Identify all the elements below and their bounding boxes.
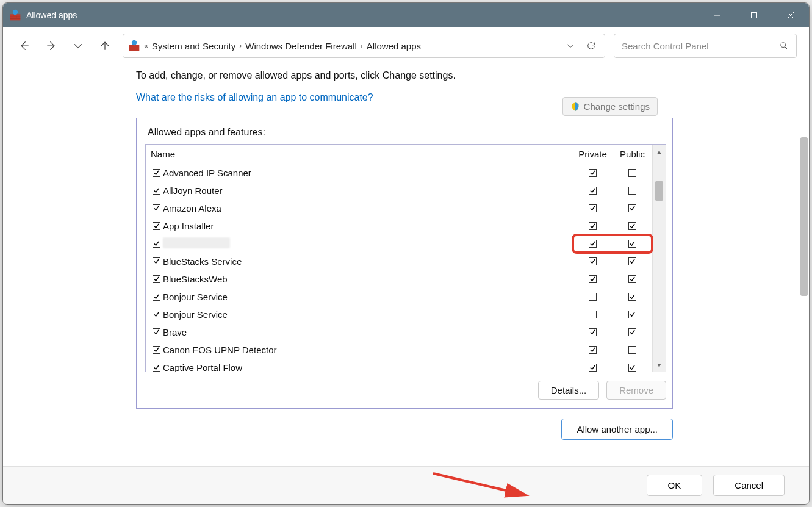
row-private-checkbox[interactable] [573,187,613,195]
table-row[interactable]: Brave [151,323,652,341]
up-button[interactable] [96,37,114,55]
row-private-checkbox[interactable] [573,346,613,354]
svg-rect-0 [10,14,21,20]
row-public-checkbox[interactable] [613,222,652,230]
annotation-arrow [430,470,534,501]
address-history-button[interactable] [562,37,579,54]
table-row[interactable]: Canon EOS UPNP Detector [151,341,652,359]
scroll-up-icon[interactable]: ▲ [653,145,666,158]
breadcrumb-leaf[interactable]: Allowed apps [367,41,421,51]
table-row[interactable]: App Installer [151,217,652,235]
svg-line-13 [785,47,788,49]
svg-line-14 [433,473,525,495]
ok-button[interactable]: OK [647,475,703,496]
row-app-name: Brave [162,327,573,337]
row-private-checkbox[interactable] [573,240,613,248]
address-bar[interactable]: « System and Security › Windows Defender… [123,34,605,58]
row-enable-checkbox[interactable] [151,311,162,318]
chevron-left-icon: « [144,41,148,50]
row-app-name: Bonjour Service [162,309,573,320]
navigation-bar: « System and Security › Windows Defender… [3,27,809,64]
row-public-checkbox[interactable] [613,293,652,301]
row-enable-checkbox[interactable] [151,346,162,354]
row-public-checkbox[interactable] [613,311,652,318]
row-enable-checkbox[interactable] [151,204,162,212]
table-row[interactable]: Captive Portal Flow [151,359,652,372]
row-public-checkbox[interactable] [613,346,652,354]
row-private-checkbox[interactable] [573,257,613,265]
firewall-icon [9,9,21,21]
row-public-checkbox[interactable] [613,169,652,177]
row-private-checkbox[interactable] [573,311,613,318]
row-private-checkbox[interactable] [573,204,613,212]
table-row[interactable]: BlueStacksWeb [151,270,652,288]
row-enable-checkbox[interactable] [151,187,162,195]
svg-point-11 [132,40,137,45]
row-private-checkbox[interactable] [573,364,613,372]
row-private-checkbox[interactable] [573,169,613,177]
allow-another-app-button[interactable]: Allow another app... [561,419,673,440]
search-icon [779,41,789,51]
table-row[interactable]: Bonjour Service [151,306,652,323]
close-button[interactable] [772,3,809,27]
column-public[interactable]: Public [613,149,652,159]
back-button[interactable] [15,37,34,55]
remove-button[interactable]: Remove [606,381,666,400]
svg-point-12 [781,43,786,48]
change-settings-button[interactable]: Change settings [562,97,658,116]
table-row[interactable]: AllJoyn Router [151,182,652,200]
row-app-name: Canon EOS UPNP Detector [162,345,573,355]
svg-rect-7 [752,13,757,18]
row-enable-checkbox[interactable] [151,257,162,265]
forward-button[interactable] [42,37,60,55]
row-private-checkbox[interactable] [573,328,613,336]
row-app-name [162,237,573,250]
row-public-checkbox[interactable] [613,240,652,248]
list-header: Name Private Public [146,145,666,164]
apps-list: ▲ ▼ Name Private Public Advanced IP Scan… [145,144,666,372]
breadcrumb-mid[interactable]: Windows Defender Firewall [245,41,357,51]
breadcrumb-root[interactable]: System and Security [152,41,236,51]
table-row[interactable]: BlueStacks Service [151,253,652,270]
window-title: Allowed apps [26,10,77,20]
row-enable-checkbox[interactable] [151,169,162,177]
page-scrollbar[interactable] [800,137,808,296]
row-enable-checkbox[interactable] [151,240,162,248]
allowed-apps-window: Allowed apps « S [2,2,810,505]
row-public-checkbox[interactable] [613,257,652,265]
bottom-bar: OK Cancel [3,466,809,504]
table-row[interactable]: Bonjour Service [151,288,652,306]
refresh-button[interactable] [583,37,600,54]
row-enable-checkbox[interactable] [151,222,162,230]
row-public-checkbox[interactable] [613,328,652,336]
details-button[interactable]: Details... [538,381,599,400]
row-private-checkbox[interactable] [573,222,613,230]
row-private-checkbox[interactable] [573,293,613,301]
maximize-button[interactable] [736,3,772,27]
risks-link[interactable]: What are the risks of allowing an app to… [136,92,373,103]
row-public-checkbox[interactable] [613,204,652,212]
table-row[interactable]: Amazon Alexa [151,200,652,217]
row-public-checkbox[interactable] [613,187,652,195]
list-body: Advanced IP ScannerAllJoyn RouterAmazon … [146,164,666,372]
table-row[interactable]: Advanced IP Scanner [151,164,652,182]
minimize-button[interactable] [699,3,736,27]
search-input[interactable]: Search Control Panel [614,34,797,58]
row-public-checkbox[interactable] [613,364,652,372]
row-private-checkbox[interactable] [573,275,613,283]
column-private[interactable]: Private [573,149,613,159]
row-public-checkbox[interactable] [613,275,652,283]
row-enable-checkbox[interactable] [151,364,162,372]
row-enable-checkbox[interactable] [151,293,162,301]
row-app-name: AllJoyn Router [162,185,573,196]
column-name[interactable]: Name [151,149,573,159]
table-row[interactable] [151,235,652,253]
recent-locations-button[interactable] [69,37,87,55]
row-enable-checkbox[interactable] [151,275,162,283]
svg-rect-10 [129,45,140,51]
row-app-name: App Installer [162,221,573,231]
shield-icon [570,102,580,112]
cancel-button[interactable]: Cancel [713,475,785,496]
row-enable-checkbox[interactable] [151,328,162,336]
row-app-name: Captive Portal Flow [162,362,573,372]
